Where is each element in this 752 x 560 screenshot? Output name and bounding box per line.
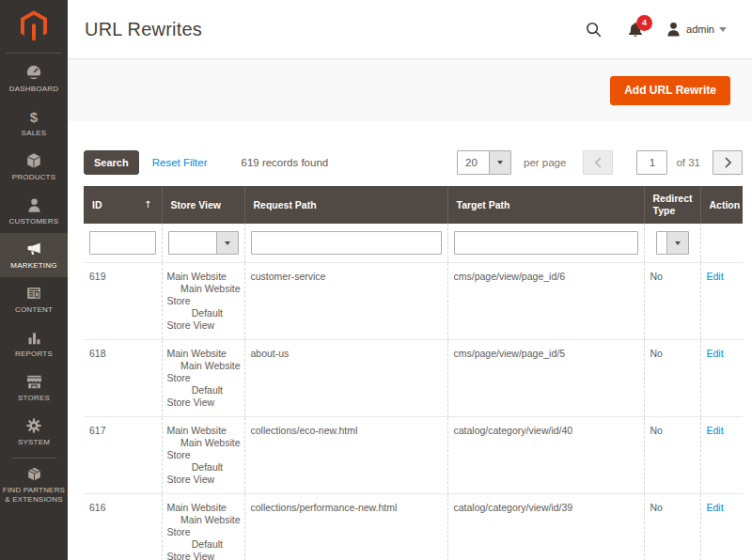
search-icon[interactable] bbox=[586, 22, 602, 38]
cell-target-path: catalog/category/view/id/39 bbox=[447, 494, 644, 560]
user-icon bbox=[666, 22, 681, 37]
magento-logo[interactable] bbox=[21, 8, 47, 42]
marketing-icon bbox=[25, 241, 43, 258]
column-header-target-path[interactable]: Target Path bbox=[447, 186, 644, 224]
previous-page-button[interactable] bbox=[583, 150, 613, 175]
sort-ascending-icon: ↑ bbox=[144, 198, 151, 210]
grid-controls: Search Reset Filter 619 records found 20… bbox=[84, 150, 743, 175]
sidebar-item-reports[interactable]: REPORTS bbox=[0, 321, 68, 366]
sidebar-item-find-partners-extensions[interactable]: FIND PARTNERS & EXTENSIONS bbox=[0, 459, 68, 511]
select-arrow-icon bbox=[489, 151, 510, 174]
grid-row: 618 Main Website Main Website Store Defa… bbox=[84, 340, 743, 417]
sidebar-item-marketing[interactable]: MARKETING bbox=[0, 233, 68, 277]
cell-id: 618 bbox=[84, 340, 162, 417]
total-pages-text: of 31 bbox=[676, 157, 700, 168]
cell-target-path: cms/page/view/page_id/5 bbox=[447, 340, 644, 417]
dashboard-icon bbox=[25, 64, 42, 82]
cell-redirect-type: No bbox=[644, 263, 700, 340]
cell-id: 617 bbox=[84, 417, 162, 494]
system-icon bbox=[25, 417, 42, 435]
page-number-input[interactable] bbox=[636, 150, 667, 175]
cell-request-path: collections/performance-new.html bbox=[244, 494, 447, 560]
grid-filter-row bbox=[84, 224, 743, 263]
select-arrow-icon bbox=[666, 232, 688, 254]
partners-icon bbox=[25, 465, 43, 483]
admin-menu[interactable]: admin bbox=[666, 22, 727, 37]
select-arrow-icon bbox=[216, 232, 238, 254]
filter-store-view-select[interactable] bbox=[168, 231, 239, 255]
per-page-label: per page bbox=[524, 157, 566, 168]
page-title: URL Rewrites bbox=[85, 19, 586, 40]
edit-link[interactable]: Edit bbox=[707, 425, 724, 436]
cell-store-view: Main Website Main Website Store Default … bbox=[165, 502, 239, 560]
cell-store-view: Main Website Main Website Store Default … bbox=[165, 425, 239, 486]
page-header: URL Rewrites 4 admin bbox=[68, 0, 752, 59]
content-icon bbox=[25, 285, 42, 303]
grid-row: 617 Main Website Main Website Store Defa… bbox=[84, 417, 743, 494]
sidebar-item-customers[interactable]: CUSTOMERS bbox=[0, 189, 68, 233]
page-actions-toolbar: Add URL Rewrite bbox=[68, 59, 752, 121]
cell-id: 616 bbox=[84, 494, 162, 560]
per-page-value: 20 bbox=[458, 151, 489, 174]
column-header-id[interactable]: ID↑ bbox=[84, 186, 162, 224]
cell-redirect-type: No bbox=[644, 417, 700, 494]
sidebar-item-products[interactable]: PRODUCTS bbox=[0, 145, 68, 189]
grid-row: 619 Main Website Main Website Store Defa… bbox=[84, 263, 743, 340]
edit-link[interactable]: Edit bbox=[707, 502, 724, 513]
sidebar-item-system[interactable]: SYSTEM bbox=[0, 410, 68, 454]
cell-request-path: collections/eco-new.html bbox=[244, 417, 447, 494]
column-header-request-path[interactable]: Request Path bbox=[244, 186, 447, 224]
cell-request-path: customer-service bbox=[244, 263, 447, 340]
sidebar-item-stores[interactable]: STORES bbox=[0, 366, 68, 410]
per-page-select[interactable]: 20 bbox=[457, 150, 511, 175]
cell-redirect-type: No bbox=[644, 340, 700, 417]
cell-store-view: Main Website Main Website Store Default … bbox=[165, 348, 239, 409]
next-page-button[interactable] bbox=[713, 150, 743, 175]
cell-store-view: Main Website Main Website Store Default … bbox=[165, 271, 239, 332]
column-header-redirect-type[interactable]: Redirect Type bbox=[644, 186, 700, 224]
reset-filter-link[interactable]: Reset Filter bbox=[152, 157, 208, 168]
edit-link[interactable]: Edit bbox=[707, 271, 724, 282]
edit-link[interactable]: Edit bbox=[707, 348, 724, 359]
filter-redirect-type-select[interactable] bbox=[656, 231, 689, 255]
sidebar-item-sales[interactable]: $ SALES bbox=[0, 101, 68, 145]
filter-request-path-input[interactable] bbox=[251, 231, 442, 255]
cell-id: 619 bbox=[84, 263, 162, 340]
reports-icon bbox=[26, 329, 42, 347]
search-button[interactable]: Search bbox=[84, 150, 139, 175]
products-icon bbox=[25, 152, 42, 170]
column-header-store-view[interactable]: Store View bbox=[162, 186, 244, 224]
sidebar-item-content[interactable]: CONTENT bbox=[0, 277, 68, 321]
cell-target-path: cms/page/view/page_id/6 bbox=[447, 263, 644, 340]
url-rewrites-grid: ID↑ Store View Request Path Target Path … bbox=[84, 186, 743, 560]
chevron-down-icon bbox=[719, 27, 727, 32]
sidebar-item-dashboard[interactable]: DASHBOARD bbox=[0, 56, 68, 101]
notifications-button[interactable]: 4 bbox=[628, 22, 643, 38]
records-found-text: 619 records found bbox=[242, 157, 329, 168]
cell-redirect-type: No bbox=[644, 494, 700, 560]
sidebar: DASHBOARD $ SALES PRODUCTS CUSTOMERS MAR… bbox=[0, 0, 68, 560]
column-header-action: Action bbox=[700, 186, 743, 224]
sidebar-divider bbox=[6, 53, 62, 54]
sales-icon: $ bbox=[30, 108, 38, 126]
cell-request-path: about-us bbox=[244, 340, 447, 417]
add-url-rewrite-button[interactable]: Add URL Rewrite bbox=[610, 76, 730, 105]
admin-username: admin bbox=[686, 23, 714, 35]
filter-id-input[interactable] bbox=[89, 231, 156, 255]
stores-icon bbox=[25, 373, 43, 391]
grid-row: 616 Main Website Main Website Store Defa… bbox=[84, 494, 743, 560]
customers-icon bbox=[26, 196, 42, 214]
cell-target-path: catalog/category/view/id/40 bbox=[447, 417, 644, 494]
filter-target-path-input[interactable] bbox=[454, 231, 638, 255]
notification-badge: 4 bbox=[636, 15, 652, 31]
